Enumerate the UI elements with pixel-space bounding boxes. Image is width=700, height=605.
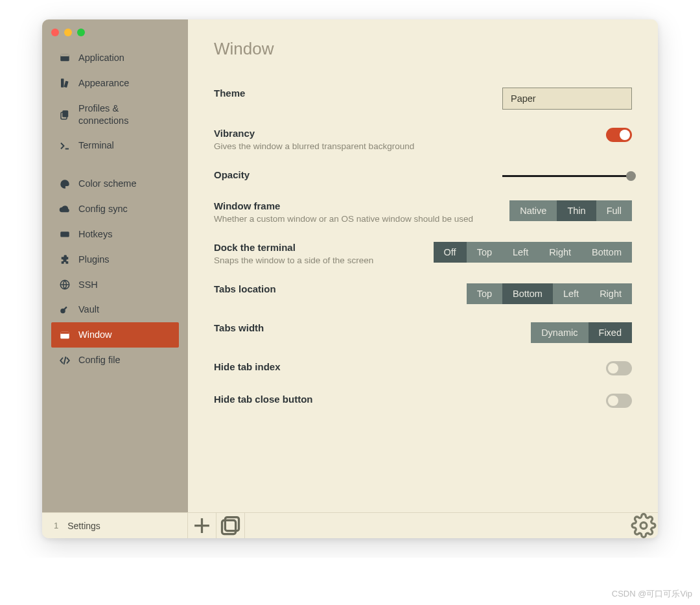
frame-desc: Whether a custom window or an OS native … (214, 214, 473, 224)
tabs-width-label: Tabs width (214, 322, 264, 333)
opacity-slider[interactable] (502, 169, 632, 182)
sidebar-item-label: Vault (78, 303, 99, 316)
windows-button[interactable] (216, 513, 245, 538)
seg-option-bottom[interactable]: Bottom (502, 283, 553, 304)
sidebar-item-terminal[interactable]: Terminal (51, 133, 179, 158)
sidebar-item-ssh[interactable]: SSH (51, 272, 179, 298)
hide-close-label: Hide tab close button (214, 394, 313, 405)
sidebar-item-hotkeys[interactable]: Hotkeys (51, 222, 179, 247)
maximize-window-button[interactable] (77, 29, 85, 36)
seg-option-left[interactable]: Left (502, 242, 539, 263)
key-icon (59, 304, 71, 316)
vibrancy-label: Vibrancy (214, 128, 414, 139)
status-spacer (245, 513, 629, 538)
theme-label: Theme (214, 88, 245, 99)
terminal-icon (59, 140, 71, 152)
main-row: Application Appearance Profiles & connec… (42, 19, 658, 512)
sidebar-item-vault[interactable]: Vault (51, 297, 179, 322)
dock-label: Dock the terminal (214, 242, 373, 253)
tabs-location-segmented: TopBottomLeftRight (467, 283, 632, 304)
cloud-icon (59, 203, 71, 215)
sidebar-item-label: Config file (78, 354, 120, 366)
row-window-frame: Window frame Whether a custom window or … (214, 191, 632, 233)
sidebar-item-label: Application (78, 52, 124, 64)
row-hide-index: Hide tab index (214, 352, 632, 385)
tabs-width-segmented: DynamicFixed (531, 322, 632, 343)
sidebar-item-label: Terminal (78, 139, 114, 152)
tabs-location-label: Tabs location (214, 283, 276, 294)
seg-option-top[interactable]: Top (467, 283, 502, 304)
seg-option-dynamic[interactable]: Dynamic (531, 322, 588, 343)
vibrancy-desc: Gives the window a blurred transparent b… (214, 141, 414, 151)
seg-option-right[interactable]: Right (589, 283, 632, 304)
svg-point-14 (640, 523, 647, 529)
sidebar-item-label: Appearance (78, 77, 129, 89)
seg-option-bottom[interactable]: Bottom (581, 242, 632, 263)
seg-option-right[interactable]: Right (539, 242, 581, 263)
sidebar-item-plugins[interactable]: Plugins (51, 247, 179, 272)
row-tabs-width: Tabs width DynamicFixed (214, 313, 632, 352)
sidebar-item-application[interactable]: Application (51, 45, 179, 71)
settings-gear-button[interactable] (629, 513, 658, 538)
sidebar-item-appearance[interactable]: Appearance (51, 71, 179, 96)
svg-rect-9 (63, 306, 67, 310)
hide-index-toggle[interactable] (606, 361, 632, 375)
row-dock: Dock the terminal Snaps the window to a … (214, 233, 632, 274)
page-title: Window (214, 39, 632, 59)
sidebar-item-label: Plugins (78, 254, 110, 266)
svg-rect-13 (222, 520, 236, 534)
row-opacity: Opacity (214, 160, 632, 191)
keyboard-icon (59, 228, 71, 240)
sidebar-item-label: Window (78, 329, 112, 341)
tab-settings[interactable]: 1 Settings (42, 513, 188, 538)
svg-rect-12 (225, 517, 239, 531)
svg-rect-1 (60, 54, 69, 56)
sidebar-item-color-scheme[interactable]: Color scheme (51, 171, 179, 196)
window-icon (59, 52, 71, 64)
seg-option-off[interactable]: Off (434, 242, 467, 263)
code-icon (59, 355, 71, 366)
sidebar-item-label: Color scheme (78, 178, 136, 190)
sidebar-item-label: SSH (78, 279, 98, 291)
sidebar-item-config-sync[interactable]: Config sync (51, 196, 179, 222)
sidebar-item-config-file[interactable]: Config file (51, 348, 179, 373)
svg-rect-11 (60, 331, 69, 333)
globe-icon (59, 279, 71, 291)
tab-index: 1 (54, 521, 58, 530)
app-window: Application Appearance Profiles & connec… (42, 19, 658, 538)
svg-rect-3 (64, 81, 69, 88)
seg-option-fixed[interactable]: Fixed (589, 322, 632, 343)
sidebar-item-profiles[interactable]: Profiles & connections (51, 96, 179, 134)
hide-close-toggle[interactable] (606, 394, 632, 408)
seg-option-full[interactable]: Full (596, 200, 632, 221)
hide-index-label: Hide tab index (214, 361, 281, 372)
vibrancy-toggle[interactable] (606, 128, 632, 142)
new-tab-button[interactable] (188, 513, 216, 538)
dock-desc: Snaps the window to a side of the screen (214, 255, 373, 265)
minimize-window-button[interactable] (64, 29, 72, 36)
seg-option-native[interactable]: Native (509, 200, 557, 221)
frame-label: Window frame (214, 200, 473, 211)
svg-rect-4 (62, 110, 68, 117)
row-hide-close: Hide tab close button (214, 385, 632, 417)
sidebar-item-window[interactable]: Window (51, 322, 179, 348)
sidebar-item-label: Config sync (78, 203, 128, 215)
theme-select[interactable]: Paper (502, 88, 632, 110)
copy-icon (59, 109, 71, 121)
frame-segmented: NativeThinFull (509, 200, 632, 221)
statusbar: 1 Settings (42, 512, 658, 538)
svg-rect-6 (60, 232, 69, 237)
nav: Application Appearance Profiles & connec… (42, 45, 188, 386)
palette-icon (59, 178, 71, 190)
row-tabs-location: Tabs location TopBottomLeftRight (214, 274, 632, 313)
slider-thumb[interactable] (626, 171, 636, 181)
row-vibrancy: Vibrancy Gives the window a blurred tran… (214, 119, 632, 160)
row-theme: Theme Paper (214, 78, 632, 119)
theme-value: Paper (511, 93, 536, 104)
close-window-button[interactable] (51, 29, 59, 36)
seg-option-thin[interactable]: Thin (557, 200, 596, 221)
seg-option-top[interactable]: Top (467, 242, 502, 263)
swatch-icon (59, 77, 71, 89)
sidebar: Application Appearance Profiles & connec… (42, 19, 188, 512)
seg-option-left[interactable]: Left (553, 283, 589, 304)
